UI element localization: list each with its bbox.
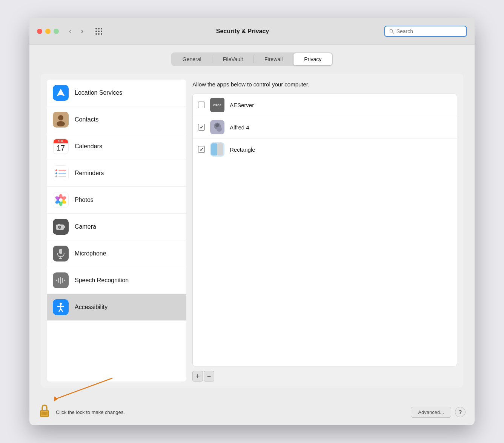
camera-icon: [53, 219, 69, 235]
sidebar-item-photos[interactable]: Photos: [47, 187, 186, 214]
window-title: Security & Privacy: [109, 28, 376, 35]
main-panel: Location Services Contacts: [41, 74, 463, 388]
remove-app-button[interactable]: −: [204, 371, 214, 381]
reminders-icon: [53, 165, 69, 181]
svg-point-8: [101, 33, 102, 35]
bottom-bar: Click the lock to make changes. Advanced…: [29, 399, 475, 425]
svg-point-36: [60, 303, 62, 305]
alfred-app-icon: [210, 120, 224, 134]
rectangle-checkbox[interactable]: ✓: [198, 146, 205, 153]
bottom-right-actions: Advanced... ?: [411, 407, 466, 418]
svg-point-3: [95, 31, 97, 32]
sidebar-list: Location Services Contacts: [47, 80, 186, 381]
svg-marker-11: [57, 89, 65, 96]
grid-icon[interactable]: [94, 26, 104, 37]
tab-bar: General FileVault Firewall Privacy: [171, 52, 333, 66]
svg-line-10: [392, 32, 394, 33]
location-services-label: Location Services: [75, 89, 122, 96]
speech-recognition-icon: [53, 272, 69, 288]
svg-rect-32: [58, 278, 59, 283]
add-app-button[interactable]: +: [192, 371, 203, 381]
advanced-button[interactable]: Advanced...: [411, 407, 451, 418]
accessibility-label: Accessibility: [75, 304, 108, 311]
svg-point-13: [58, 115, 63, 120]
tab-privacy[interactable]: Privacy: [293, 53, 332, 65]
sidebar-item-speech[interactable]: Speech Recognition: [47, 267, 186, 294]
contacts-icon: [53, 112, 69, 128]
search-icon: [389, 29, 394, 34]
alfred-checkmark: ✓: [200, 125, 204, 130]
svg-rect-46: [211, 143, 217, 155]
svg-point-26: [59, 226, 61, 228]
right-panel: Allow the apps below to control your com…: [192, 80, 457, 381]
svg-rect-34: [62, 278, 63, 283]
minimize-button[interactable]: [45, 29, 51, 34]
calendars-label: Calendars: [75, 143, 102, 150]
help-button[interactable]: ?: [455, 407, 466, 417]
app-row-alfred: ✓ Alfred 4: [193, 116, 457, 138]
right-panel-description: Allow the apps below to control your com…: [192, 80, 457, 89]
content-area: General FileVault Firewall Privacy: [29, 45, 475, 399]
microphone-label: Microphone: [75, 250, 106, 257]
sidebar-item-reminders[interactable]: Reminders: [47, 160, 186, 187]
nav-arrows: ‹ ›: [65, 26, 88, 37]
search-bar[interactable]: [384, 26, 467, 37]
lock-icon[interactable]: [38, 404, 51, 420]
svg-point-5: [101, 31, 102, 32]
back-arrow-button[interactable]: ‹: [65, 26, 75, 37]
tab-general[interactable]: General: [172, 53, 212, 65]
accessibility-icon: [53, 299, 69, 315]
svg-point-44: [217, 126, 222, 132]
svg-point-22: [59, 198, 63, 202]
system-preferences-window: ‹ › Security & Privacy: [29, 18, 475, 425]
reminders-label: Reminders: [75, 170, 104, 177]
apps-list: exec AEServer ✓: [192, 94, 457, 366]
sidebar-item-location[interactable]: Location Services: [47, 80, 186, 106]
svg-point-14: [57, 121, 65, 126]
alfred-checkbox[interactable]: ✓: [198, 124, 205, 131]
alfred-name: Alfred 4: [230, 124, 249, 131]
title-bar: ‹ › Security & Privacy: [29, 18, 475, 45]
aeserver-name: AEServer: [230, 102, 254, 108]
sidebar-item-microphone[interactable]: Microphone: [47, 240, 186, 267]
location-services-icon: [53, 85, 69, 101]
sidebar-item-calendars[interactable]: JUL 17 Calendars: [47, 133, 186, 160]
forward-arrow-button[interactable]: ›: [77, 26, 88, 37]
sidebar-item-camera[interactable]: Camera: [47, 214, 186, 240]
svg-rect-27: [58, 224, 60, 225]
lock-text: Click the lock to make changes.: [56, 409, 125, 415]
search-input[interactable]: [396, 28, 462, 34]
panel-body: Location Services Contacts: [41, 74, 463, 388]
tab-firewall[interactable]: Firewall: [254, 53, 293, 65]
svg-point-2: [101, 28, 102, 29]
svg-rect-31: [56, 280, 57, 281]
sidebar-item-contacts[interactable]: Contacts: [47, 106, 186, 133]
svg-marker-24: [64, 225, 65, 228]
svg-rect-56: [44, 413, 45, 415]
rectangle-name: Rectangle: [230, 146, 255, 153]
traffic-lights: [37, 29, 59, 34]
svg-rect-28: [59, 249, 62, 254]
svg-line-40: [61, 309, 63, 312]
maximize-button[interactable]: [54, 29, 59, 34]
svg-point-7: [98, 33, 100, 35]
calendars-icon: JUL 17: [53, 138, 69, 154]
photos-icon: [53, 192, 69, 208]
sidebar-item-accessibility[interactable]: Accessibility: [47, 294, 186, 321]
bottom-actions: + −: [192, 371, 457, 381]
camera-label: Camera: [75, 223, 96, 230]
app-row-aeserver: exec AEServer: [193, 94, 457, 116]
close-button[interactable]: [37, 29, 42, 34]
svg-point-9: [390, 29, 392, 32]
tab-filevault[interactable]: FileVault: [212, 53, 254, 65]
svg-rect-33: [60, 277, 61, 284]
contacts-label: Contacts: [75, 116, 98, 123]
app-row-rectangle: ✓ Rectangle: [193, 138, 457, 160]
aeserver-app-icon: exec: [210, 98, 224, 112]
svg-line-39: [59, 309, 61, 312]
svg-point-6: [95, 33, 97, 35]
svg-point-4: [98, 31, 100, 32]
tabs-row: General FileVault Firewall Privacy: [41, 52, 463, 66]
photos-label: Photos: [75, 197, 94, 203]
aeserver-checkbox[interactable]: [198, 102, 205, 108]
